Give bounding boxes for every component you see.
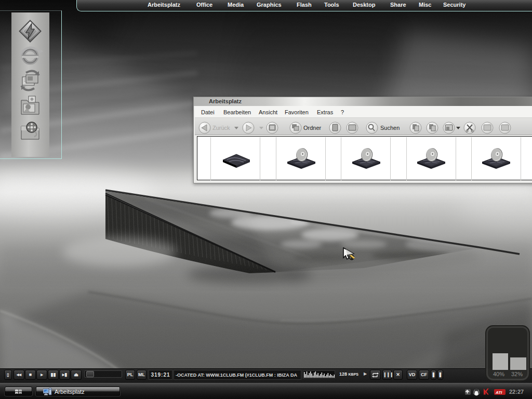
svg-text:Suchen: Suchen [380,125,400,131]
svg-text:Zurück: Zurück [212,125,230,131]
svg-text:ATI: ATI [495,390,502,395]
svg-text:Ordner: Ordner [303,125,322,131]
